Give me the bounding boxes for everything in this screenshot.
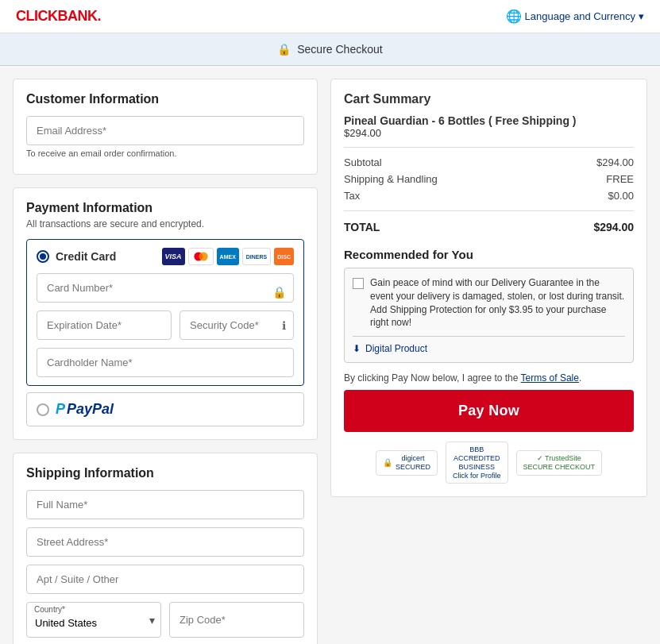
product-price: $294.00 [344,127,634,139]
street-address-input[interactable] [26,527,304,557]
lang-currency-label: Language and Currency [525,10,636,22]
diners-icon: DINERS [242,248,271,265]
cart-summary: Cart Summary Pineal Guardian - 6 Bottles… [344,92,634,237]
header: CLICKBANK. 🌐 Language and Currency ▾ [0,0,660,33]
card-number-wrap: 🔒 [37,273,294,310]
language-currency-button[interactable]: 🌐 Language and Currency ▾ [506,9,645,24]
bbb-badge: BBBACCREDITEDBUSINESSClick for Profile [446,442,508,484]
trusted-site-label: ✓ TrustedSiteSECURE CHECKOUT [523,454,596,472]
country-zip-row: Country* United States ▾ [26,602,304,638]
tax-label: Tax [344,190,360,202]
paypal-logo: PPayPal [56,401,114,418]
paypal-p: P [56,401,65,418]
recommend-box: Gain peace of mind with our Delivery Gua… [344,268,634,363]
shipping-line: Shipping & Handling FREE [344,171,634,187]
trusted-site-badge: ✓ TrustedSiteSECURE CHECKOUT [516,450,603,476]
paypal-header: PPayPal [37,401,294,418]
card-lock-icon: 🔒 [272,286,286,299]
credit-card-header: Credit Card VISA AMEX DI [37,248,294,265]
mastercard-icon [188,248,214,265]
main-content: Customer Information To receive an email… [0,66,660,644]
security-info-icon[interactable]: ℹ [282,319,286,332]
digicert-label: digicertSECURED [396,454,430,472]
digicert-badge: 🔒 digicertSECURED [376,450,438,476]
card-fields: 🔒 ℹ [37,273,294,377]
delivery-guarantee-checkbox[interactable] [353,278,364,289]
cart-divider-1 [344,147,634,148]
card-icons: VISA AMEX DINERS DISC [162,248,294,265]
trust-badges: 🔒 digicertSECURED BBBACCREDITEDBUSINESSC… [344,442,634,484]
terms-text-before: By clicking Pay Now below, I agree to th… [344,372,521,384]
digital-product-line: ⬇ Digital Product [353,336,625,354]
recommend-inner: Gain peace of mind with our Delivery Gua… [353,276,625,330]
recommend-text: Gain peace of mind with our Delivery Gua… [370,276,625,330]
expiry-security-row: ℹ [37,310,294,340]
customer-info-title: Customer Information [26,92,304,106]
paypal-radio[interactable] [37,403,49,416]
country-select-wrap: Country* United States ▾ [26,602,161,638]
security-code-input[interactable] [179,310,294,340]
recommended-title: Recommended for You [344,248,634,261]
recommended-section: Recommended for You Gain peace of mind w… [344,248,634,363]
subtotal-line: Subtotal $294.00 [344,154,634,171]
full-name-input[interactable] [26,490,304,519]
paypal-text: PayPal [67,401,114,418]
right-column: Cart Summary Pineal Guardian - 6 Bottles… [330,79,647,497]
globe-icon: 🌐 [506,9,522,24]
zip-code-input[interactable] [169,602,304,638]
visa-icon: VISA [162,248,185,265]
tax-value: $0.00 [608,190,634,202]
chevron-down-icon: ▾ [639,10,644,22]
credit-card-radio[interactable] [37,250,49,263]
secure-banner-text: Secure Checkout [297,43,382,56]
discover-icon: DISC [274,248,294,265]
lock-icon: 🔒 [277,43,291,56]
product-name: Pineal Guardian - 6 Bottles ( Free Shipp… [344,114,634,127]
pay-now-button[interactable]: Pay Now [344,390,634,432]
shipping-info-section: Shipping Information Country* United Sta… [13,453,318,644]
customer-info-section: Customer Information To receive an email… [13,79,318,175]
bbb-label: BBBACCREDITEDBUSINESSClick for Profile [453,445,501,480]
logo-text: CLICKBANK. [16,8,101,24]
payment-info-title: Payment Information [26,201,304,215]
secure-banner: 🔒 Secure Checkout [0,33,660,66]
terms-text-after: . [579,372,581,384]
credit-card-label: Credit Card [56,250,116,263]
cardholder-name-input[interactable] [37,348,294,377]
expiry-input[interactable] [37,310,172,340]
email-hint: To receive an email order confirmation. [26,148,304,158]
zip-field-wrap [169,602,304,638]
payment-info-subtitle: All transactions are secure and encrypte… [26,218,304,229]
digital-product-label: Digital Product [365,343,427,354]
cart-title: Cart Summary [344,92,634,106]
email-field[interactable] [26,116,304,145]
subtotal-value: $294.00 [596,156,634,168]
country-label: Country* [34,605,65,614]
download-icon: ⬇ [353,343,361,354]
credit-card-option[interactable]: Credit Card VISA AMEX DI [26,239,304,386]
security-wrap: ℹ [179,310,294,340]
card-number-input[interactable] [37,273,294,303]
payment-methods: Credit Card VISA AMEX DI [26,239,304,426]
shipping-info-title: Shipping Information [26,466,304,480]
terms-line: By clicking Pay Now below, I agree to th… [344,372,634,384]
apt-suite-input[interactable] [26,565,304,594]
total-value: $294.00 [593,221,634,233]
cart-total-line: TOTAL $294.00 [344,218,634,237]
amex-icon: AMEX [217,248,239,265]
left-column: Customer Information To receive an email… [13,79,330,644]
payment-info-section: Payment Information All transactions are… [13,187,318,440]
subtotal-label: Subtotal [344,156,382,168]
total-label: TOTAL [344,221,380,233]
shipping-label: Shipping & Handling [344,173,438,185]
terms-of-sale-link[interactable]: Terms of Sale [521,372,579,384]
cart-divider-2 [344,210,634,211]
digicert-lock-icon: 🔒 [383,458,392,467]
tax-line: Tax $0.00 [344,187,634,204]
logo: CLICKBANK. [16,8,101,25]
shipping-value: FREE [606,173,634,185]
paypal-option[interactable]: PPayPal [26,392,304,426]
